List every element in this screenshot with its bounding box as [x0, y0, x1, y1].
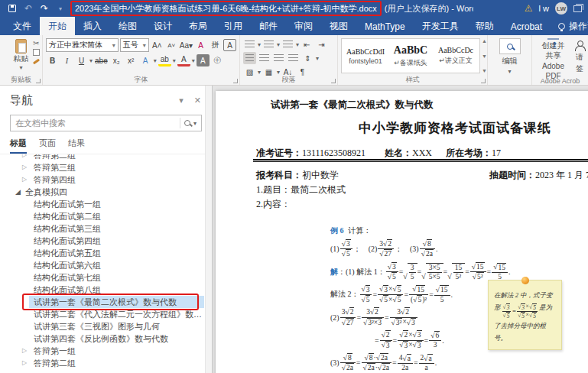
copy-icon[interactable] [33, 49, 40, 56]
font-size-combo[interactable]: 五号▾ [120, 38, 149, 52]
create-share-pdf-button[interactable]: 创建并共享 Adobe PDF [538, 38, 568, 75]
italic-icon[interactable]: I [60, 54, 73, 66]
numbering-icon[interactable] [262, 38, 275, 50]
justify-icon[interactable] [287, 52, 300, 64]
character-shading-icon[interactable]: A [197, 54, 210, 66]
request-signatures-button[interactable]: 请 签 [574, 38, 585, 75]
nav-tab-标题[interactable]: 标题 [10, 138, 27, 154]
paste-button[interactable]: 粘贴 ▾ [14, 39, 29, 71]
styles-scroll-up-icon[interactable]: ▲ [482, 38, 487, 44]
nav-tree-item[interactable]: ◢全真模拟四 [0, 186, 204, 198]
align-left-icon[interactable] [243, 52, 256, 64]
expand-triangle-icon[interactable]: ▷ [22, 154, 27, 161]
font-dialog-launcher[interactable] [233, 79, 238, 83]
ribbon-tab-文件[interactable]: 文件 [5, 17, 40, 35]
decrease-indent-icon[interactable]: ⇤ [300, 38, 313, 50]
expand-triangle-icon[interactable]: ▷ [22, 357, 27, 369]
ribbon-tab-Acrobat[interactable]: Acrobat [502, 17, 551, 35]
ribbon-tab-插入[interactable]: 插入 [75, 17, 110, 35]
ribbon-tab-帮助[interactable]: 帮助 [467, 17, 502, 35]
avatar[interactable]: LW [555, 2, 567, 15]
superscript-icon[interactable]: x² [125, 54, 138, 66]
style-card[interactable]: AaBbCcDc↵讲义正文 [434, 41, 477, 71]
subscript-icon[interactable]: x₂ [110, 54, 123, 66]
nav-tree-item[interactable]: 试讲第三套《三视图》图形与几何 [0, 320, 204, 332]
nav-tree-item[interactable]: 结构化面试第一组 [0, 198, 204, 210]
expand-triangle-icon[interactable]: ▷ [22, 161, 27, 174]
ribbon-tab-视图[interactable]: 视图 [321, 17, 356, 35]
qat-customize-icon[interactable]: ▾ [56, 4, 65, 13]
nav-tree-item[interactable]: 结构化面试第四组 [0, 235, 204, 247]
clipboard-dialog-launcher[interactable] [36, 79, 41, 83]
find-button[interactable] [499, 38, 521, 54]
multilevel-list-icon[interactable] [281, 38, 294, 50]
restore-window-icon[interactable] [573, 5, 582, 12]
nav-scrollbar[interactable] [205, 86, 212, 373]
change-case-icon[interactable]: Aa▾ [180, 39, 193, 51]
redo-icon[interactable]: ↷ [40, 4, 49, 13]
ribbon-tab-引用[interactable]: 引用 [216, 17, 251, 35]
paragraph-dialog-launcher[interactable] [331, 79, 336, 83]
expand-triangle-icon[interactable]: ▷ [22, 174, 27, 186]
ribbon-tab-设计[interactable]: 设计 [145, 17, 180, 35]
shrink-font-icon[interactable]: A˅ [165, 39, 178, 51]
nav-close-icon[interactable]: ✕ [194, 96, 201, 105]
nav-tree-item[interactable]: 试讲第一套《最简二次根式》数与代数 [0, 296, 204, 308]
styles-dialog-launcher[interactable] [481, 79, 486, 83]
grow-font-icon[interactable]: A˄ [151, 39, 164, 51]
font-name-combo[interactable]: 方正中雅宋简体▾ [46, 38, 119, 52]
nav-tree-item[interactable]: ▷答辩第一组 [0, 345, 204, 357]
cut-icon[interactable]: ✂ [33, 39, 40, 47]
strikethrough-icon[interactable]: abe [94, 54, 109, 66]
font-color-icon[interactable]: A [177, 54, 190, 66]
highlight-color-icon[interactable]: ab [158, 54, 171, 66]
style-card[interactable]: AaBbCcDdIfontstyle01 [344, 41, 387, 71]
save-icon[interactable] [8, 4, 17, 13]
format-painter-icon[interactable] [33, 59, 40, 65]
nav-tree-item[interactable]: ▷答辩第三组 [0, 161, 204, 174]
phonetic-guide-icon[interactable]: 拼 [209, 39, 222, 51]
nav-tree-item[interactable]: 结构化面试第七组 [0, 271, 204, 284]
ribbon-tab-审阅[interactable]: 审阅 [286, 17, 321, 35]
nav-tree-item[interactable]: 结构化面试第二组 [0, 210, 204, 222]
align-right-icon[interactable] [272, 52, 285, 64]
nav-tree-item[interactable]: 试讲第四套《反比例函数》数与代数 [0, 332, 204, 345]
nav-tree-item[interactable]: ▷答辩第二组 [0, 154, 204, 161]
styles-expand-icon[interactable]: ▼ [482, 68, 487, 73]
ribbon-tab-布局[interactable]: 布局 [180, 17, 216, 35]
text-effects-icon[interactable]: A [139, 54, 152, 66]
bold-icon[interactable]: B [46, 54, 59, 66]
style-card[interactable]: AaBbC↵备课纸头 [389, 41, 432, 71]
increase-indent-icon[interactable]: ⇥ [315, 38, 328, 50]
underline-icon[interactable]: U [75, 54, 88, 66]
collapse-triangle-icon[interactable]: ◢ [15, 186, 21, 198]
document-page[interactable]: 试讲第一套《最简二次根式》数与代数 中小学教师资格考试面试备课纸 准考证号：13… [216, 91, 588, 373]
align-center-icon[interactable] [258, 52, 271, 64]
undo-icon[interactable]: ↶ [24, 4, 33, 13]
nav-tree-item[interactable]: 结构化面试第八组 [0, 284, 204, 296]
ribbon-tab-开发工具[interactable]: 开发工具 [414, 17, 467, 35]
enclose-characters-icon[interactable]: ㊉ [211, 54, 224, 66]
styles-scroll-down-icon[interactable]: ▼ [482, 54, 487, 59]
nav-tree-item[interactable]: ▷答辩第四组 [0, 174, 204, 186]
nav-tree-item[interactable]: ▷答辩第二组 [0, 357, 204, 369]
ribbon-tab-邮件[interactable]: 邮件 [251, 17, 286, 35]
ribbon-tab-绘图[interactable]: 绘图 [110, 17, 145, 35]
ribbon-tab-开始[interactable]: 开始 [40, 17, 75, 35]
nav-tree-item[interactable]: 试讲第二套《代入法解二元一次方程组》数与... [0, 308, 204, 320]
document-search-box[interactable]: 在文档中搜索 ▾ [10, 115, 202, 131]
expand-triangle-icon[interactable]: ▷ [22, 345, 27, 357]
nav-tree-item[interactable]: 结构化面试第五组 [0, 247, 204, 259]
character-border-icon[interactable]: A [223, 39, 236, 51]
nav-tree-item[interactable]: 结构化面试第六组 [0, 259, 204, 271]
tell-me-search[interactable]: 操作说明搜索 [551, 17, 588, 35]
nav-tree-item[interactable]: 结构化面试第三组 [0, 222, 204, 235]
search-icon[interactable] [184, 120, 190, 126]
clear-formatting-icon[interactable]: A [194, 39, 207, 51]
nav-tab-结果[interactable]: 结果 [68, 138, 85, 154]
nav-options-chevron-icon[interactable]: ▾ [179, 96, 184, 105]
bullets-icon[interactable] [243, 38, 256, 50]
nav-tab-页面[interactable]: 页面 [39, 138, 56, 154]
warning-icon[interactable]: ⚠ [525, 3, 533, 14]
line-spacing-icon[interactable]: ⇕ [301, 52, 314, 64]
